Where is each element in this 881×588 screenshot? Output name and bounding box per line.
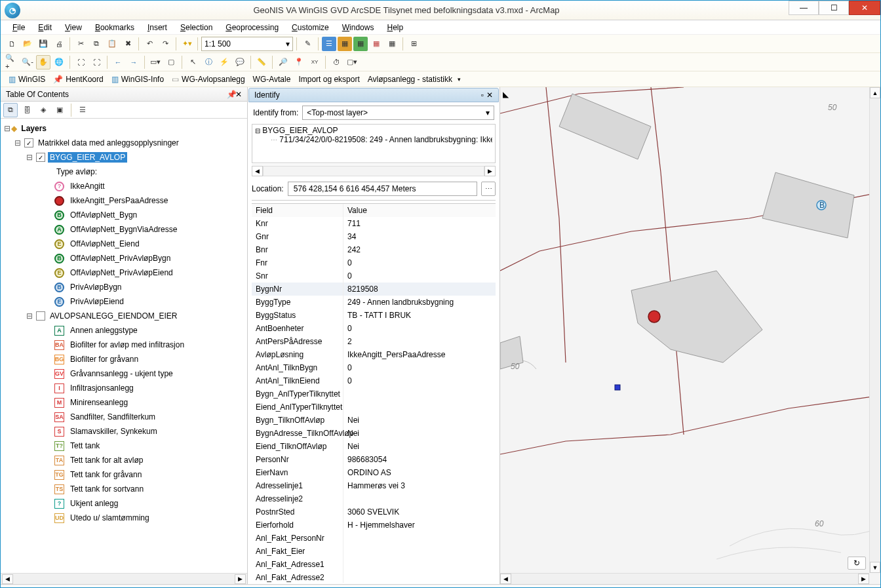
toc-close-icon[interactable]: ✕	[235, 90, 242, 99]
find-icon[interactable]: 🔎	[276, 55, 290, 69]
attribute-row[interactable]: BygnNr8219508	[252, 283, 496, 296]
toc-symbol-row[interactable]: EOffAvløpNett_PrivAvløpEiend	[2, 265, 246, 280]
undo-icon[interactable]: ↶	[142, 37, 157, 51]
col-value[interactable]: Value	[343, 204, 496, 217]
attribute-row[interactable]: Eiend_TilknOffAvløpNei	[252, 440, 496, 453]
copy-icon[interactable]: ⧉	[89, 37, 104, 51]
identify-tree[interactable]: ⊟ BYGG_EIER_AVLOP ⋯ 711/34/242/0/0-82195…	[252, 124, 496, 163]
map-h-scrollbar[interactable]: ◀▶	[500, 573, 869, 584]
toc-symbol-row[interactable]: BOffAvløpNett_Bygn	[2, 208, 246, 222]
menu-help[interactable]: Help	[382, 22, 408, 33]
identify-dock-icon[interactable]: ▫	[481, 90, 484, 100]
col-field[interactable]: Field	[252, 204, 343, 217]
forward-icon[interactable]: →	[127, 55, 141, 69]
attribute-row[interactable]: AntBoenheter0	[252, 322, 496, 335]
python-icon[interactable]: ▦	[385, 37, 399, 51]
full-extent-icon[interactable]: 🌐	[52, 55, 66, 69]
attribute-row[interactable]: BygnAdresse_TilknOffAvløpNei	[252, 427, 496, 440]
save-icon[interactable]: 💾	[36, 37, 50, 51]
attribute-row[interactable]: Fnr0	[252, 256, 496, 269]
attribute-row[interactable]: Bnr242	[252, 243, 496, 256]
identify-from-select[interactable]: <Top-most layer>▾	[302, 106, 494, 120]
toc-h-scrollbar[interactable]: ◀▶	[1, 573, 247, 584]
attribute-row[interactable]: Knr711	[252, 217, 496, 230]
attribute-row[interactable]: ByggType249 - Annen landbruksbygning	[252, 296, 496, 309]
wingis-info-button[interactable]: ▥WinGIS-Info	[109, 75, 166, 84]
zoom-out-icon[interactable]: 🔍-	[20, 55, 35, 69]
arctoolbox-icon[interactable]: ▦	[369, 37, 383, 51]
attribute-row[interactable]: AntPersPåAdresse2	[252, 335, 496, 348]
import-eksport-button[interactable]: Import og eksport	[296, 75, 362, 84]
identify-icon[interactable]: ⓘ	[201, 55, 216, 69]
attribute-row[interactable]: Bygn_AnlTyperTilknyttet	[252, 387, 496, 401]
list-by-visibility-icon[interactable]: ◈	[36, 103, 50, 117]
toolbar-options-icon[interactable]: ▾	[458, 76, 461, 83]
menu-bookmarks[interactable]: Bookmarks	[90, 22, 140, 33]
fixed-zoom-out-icon[interactable]: ⛶	[89, 55, 104, 69]
layer-avlopsanlegg[interactable]: AVLOPSANLEGG_EIENDOM_EIER	[48, 311, 180, 321]
add-data-icon[interactable]: ✦▾	[180, 37, 194, 51]
menu-windows[interactable]: Windows	[337, 22, 380, 33]
back-icon[interactable]: ←	[111, 55, 125, 69]
identify-close-icon[interactable]: ✕	[486, 90, 493, 100]
fixed-zoom-in-icon[interactable]: ⛶	[73, 55, 88, 69]
identify-attributes-table[interactable]: Field Value Knr711Gnr34Bnr242Fnr0Snr0Byg…	[252, 203, 496, 583]
pin-icon[interactable]: 📌	[227, 90, 234, 99]
wg-avtale-button[interactable]: WG-Avtale	[250, 75, 294, 84]
menu-view[interactable]: View	[60, 22, 87, 33]
attribute-row[interactable]: Anl_Fakt_Adresse2	[252, 571, 496, 583]
close-button[interactable]: ✕	[849, 1, 880, 15]
delete-icon[interactable]: ✖	[121, 37, 135, 51]
html-popup-icon[interactable]: 💬	[233, 55, 247, 69]
open-icon[interactable]: 📂	[20, 37, 35, 51]
avlop-stat-button[interactable]: Avløpsanlegg - statistikk	[365, 75, 455, 84]
list-by-drawing-order-icon[interactable]: ⧉	[3, 103, 18, 117]
hentkoord-button[interactable]: 📌HentKoord	[50, 75, 106, 84]
toc-symbol-row[interactable]: SSlamavskiller, Synkekum	[2, 424, 246, 439]
location-flash-icon[interactable]: ⋯	[481, 182, 496, 196]
map-canvas[interactable]: B 50 50 60 ↻ ◣ ▲▼ ◀▶	[500, 87, 880, 584]
time-slider-icon[interactable]: ⏱	[329, 55, 343, 69]
redo-icon[interactable]: ↷	[158, 37, 172, 51]
list-by-source-icon[interactable]: 🗄	[20, 103, 34, 117]
attribute-row[interactable]: PostnrSted3060 SVELVIK	[252, 505, 496, 519]
list-by-selection-icon[interactable]: ▣	[52, 103, 67, 117]
menu-customize[interactable]: Customize	[286, 22, 334, 33]
toc-symbol-row[interactable]: IInfiltrasjonsanlegg	[2, 381, 246, 395]
attribute-row[interactable]: Gnr34	[252, 230, 496, 243]
toc-symbol-row[interactable]: EPrivAvløpEiend	[2, 294, 246, 309]
print-icon[interactable]: 🖨	[52, 37, 66, 51]
menu-geoprocessing[interactable]: Geoprocessing	[220, 22, 284, 33]
toc-symbol-row[interactable]: TSTett tank for sortvann	[2, 482, 246, 496]
layer-bygg-eier-avlop[interactable]: BYGG_EIER_AVLOP	[48, 152, 127, 163]
toc-symbol-row[interactable]: EOffAvløpNett_Eiend	[2, 237, 246, 251]
attribute-row[interactable]: EierNavnORDINO AS	[252, 466, 496, 479]
attribute-row[interactable]: PersonNr986683054	[252, 453, 496, 466]
attribute-row[interactable]: Adresselinje2	[252, 492, 496, 505]
attribute-row[interactable]: Bygn_TilknOffAvløpNei	[252, 414, 496, 427]
toc-symbol-row[interactable]: BPrivAvløpBygn	[2, 280, 246, 294]
toc-symbol-row[interactable]: BOffAvløpNett_PrivAvløpBygn	[2, 251, 246, 265]
zoom-in-icon[interactable]: 🔍+	[5, 55, 19, 69]
toc-symbol-row[interactable]: AAnnen anleggstype	[2, 323, 246, 338]
attribute-row[interactable]: Adresselinje1Hammerøs vei 3	[252, 479, 496, 492]
pan-icon[interactable]: ✋	[36, 55, 50, 69]
toc-symbol-row[interactable]: ?Ukjent anlegg	[2, 496, 246, 511]
attribute-row[interactable]: ByggStatusTB - TATT I BRUK	[252, 309, 496, 322]
attribute-row[interactable]: AvløpLøsningIkkeAngitt_PersPaaAdresse	[252, 348, 496, 361]
create-viewer-icon[interactable]: ▢▾	[345, 55, 359, 69]
toc-symbol-row[interactable]: UDUtedo u/ slamtømming	[2, 511, 246, 525]
toc-symbol-row[interactable]: TATett tank for alt avløp	[2, 453, 246, 467]
map-refresh-icon[interactable]: ↻	[848, 557, 866, 570]
toc-symbol-row[interactable]: IkkeAngitt_PersPaaAdresse	[2, 193, 246, 208]
toc-symbol-row[interactable]: BABiofilter for avløp med infiltrasjon	[2, 338, 246, 352]
attribute-row[interactable]: EierforholdH - Hjemmelshaver	[252, 519, 496, 532]
toc-symbol-row[interactable]: ?IkkeAngitt	[2, 179, 246, 193]
toc-symbol-row[interactable]: MMinirenseanlegg	[2, 395, 246, 410]
minimize-button[interactable]: —	[789, 1, 819, 15]
wg-avlop-button[interactable]: ▭WG-Avlopsanlegg	[169, 75, 248, 84]
attribute-row[interactable]: AntAnl_TilknEiend0	[252, 374, 496, 387]
options-icon[interactable]: ☰	[75, 103, 90, 117]
menu-selection[interactable]: Selection	[175, 22, 218, 33]
toc-symbol-row[interactable]: SASandfilter, Sandfilterkum	[2, 410, 246, 424]
